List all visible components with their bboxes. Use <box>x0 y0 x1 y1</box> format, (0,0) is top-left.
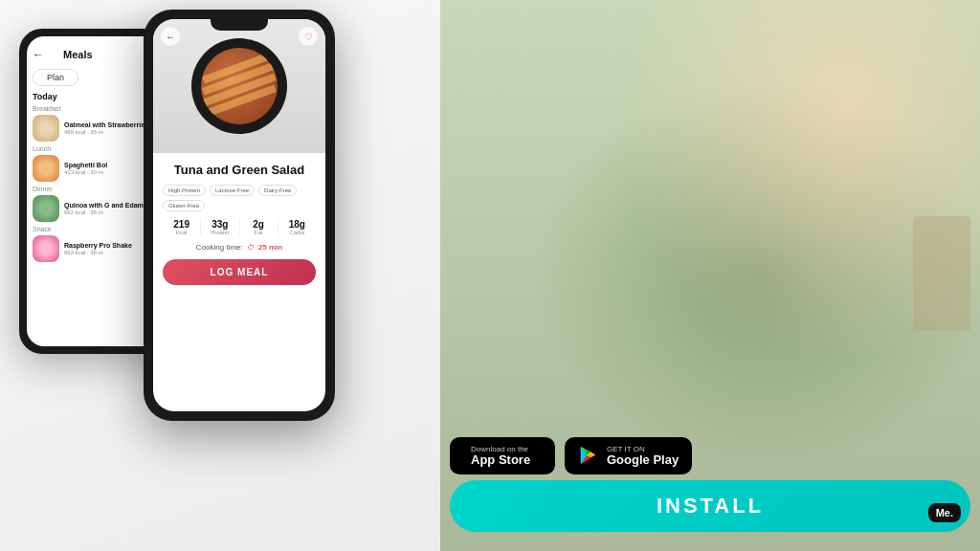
kcal-label: Kcal <box>163 230 200 235</box>
protein-label: Protein <box>201 230 238 235</box>
app-store-name: App Store <box>471 453 530 467</box>
cooking-time-value: 25 min <box>258 243 282 252</box>
oatmeal-thumb <box>33 115 59 142</box>
kcal-value: 219 <box>163 219 200 230</box>
left-panel: ← Meals Plan Today Breakfast Oatmeal wit… <box>0 0 440 551</box>
install-button[interactable]: INSTALL <box>450 480 970 532</box>
tags-row: High Protein Lactose Free Dairy-Free Glu… <box>163 185 316 211</box>
right-panel: Download on the App Store <box>440 0 980 551</box>
google-play-button[interactable]: GET IT ON Google Play <box>565 437 692 474</box>
meals-title: Meals <box>63 49 93 60</box>
log-meal-button[interactable]: LOG MEAL <box>163 259 316 285</box>
tuna-plate <box>191 38 287 134</box>
tag-high-protein: High Protein <box>163 185 206 196</box>
dish-title: Tuna and Green Salad <box>163 163 316 177</box>
carbs-label: Carbs <box>278 230 316 235</box>
phone-notch <box>211 19 268 31</box>
tuna-inner <box>201 48 278 124</box>
tag-gluten-free: Gluten-Free <box>163 200 205 211</box>
nutrition-kcal: 219 Kcal <box>163 219 201 235</box>
google-play-text: GET IT ON Google Play <box>607 445 679 467</box>
me-badge: Me. <box>928 503 961 522</box>
back-arrow-icon: ← <box>33 48 44 61</box>
spaghetti-thumb <box>33 155 59 182</box>
food-image-area: ← ♡ <box>153 19 325 153</box>
raspberry-thumb <box>33 235 59 262</box>
detail-content: Tuna and Green Salad High Protein Lactos… <box>153 153 325 411</box>
phone-front: ← ♡ Tuna and Green Salad High Protein La… <box>144 10 335 421</box>
nutrition-protein: 33g Protein <box>201 219 239 235</box>
kitchen-decoration <box>913 216 970 331</box>
carbs-value: 18g <box>278 219 316 230</box>
detail-back-button[interactable]: ← <box>161 27 180 46</box>
protein-value: 33g <box>201 219 238 230</box>
tag-lactose-free: Lactose Free <box>210 185 255 196</box>
phone-front-screen: ← ♡ Tuna and Green Salad High Protein La… <box>153 19 325 411</box>
app-store-button[interactable]: Download on the App Store <box>450 437 555 474</box>
favorite-button[interactable]: ♡ <box>299 27 318 46</box>
nutrition-row: 219 Kcal 33g Protein 2g Fat 18g <box>163 219 316 235</box>
app-store-text: Download on the App Store <box>471 445 530 467</box>
tag-dairy-free: Dairy-Free <box>258 185 297 196</box>
store-buttons-row: Download on the App Store <box>450 437 692 474</box>
cooking-time: Cooking time: ⏱ 25 min <box>163 243 316 252</box>
fat-label: Fat <box>240 230 278 235</box>
plan-button[interactable]: Plan <box>33 69 78 86</box>
clock-icon: ⏱ <box>247 243 255 252</box>
google-play-icon <box>578 445 599 466</box>
cooking-label: Cooking time: <box>196 243 243 252</box>
quinoa-thumb <box>33 195 59 222</box>
nutrition-carbs: 18g Carbs <box>278 219 316 235</box>
fat-value: 2g <box>240 219 278 230</box>
nutrition-fat: 2g Fat <box>240 219 278 235</box>
google-play-name: Google Play <box>607 453 679 467</box>
